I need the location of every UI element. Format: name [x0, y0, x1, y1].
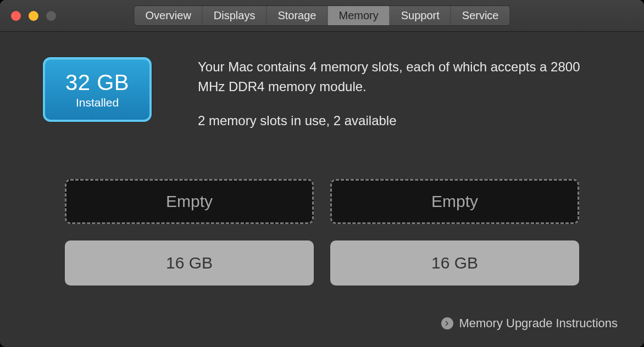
memory-slot-3: 16 GB: [330, 240, 579, 286]
memory-description-line1: Your Mac contains 4 memory slots, each o…: [198, 57, 601, 97]
zoom-button[interactable]: [46, 11, 56, 21]
tab-storage[interactable]: Storage: [267, 6, 327, 25]
installed-memory-label: Installed: [76, 96, 119, 109]
arrow-right-circle-icon: [441, 317, 453, 329]
memory-upgrade-link[interactable]: Memory Upgrade Instructions: [441, 316, 618, 331]
memory-content: 32 GB Installed Your Mac contains 4 memo…: [0, 32, 644, 286]
tab-memory[interactable]: Memory: [328, 6, 390, 25]
titlebar: Overview Displays Storage Memory Support…: [0, 0, 644, 32]
tab-overview[interactable]: Overview: [135, 6, 203, 25]
memory-description-line2: 2 memory slots in use, 2 available: [198, 111, 601, 131]
installed-memory-size: 32 GB: [65, 70, 129, 95]
header-row: 32 GB Installed Your Mac contains 4 memo…: [43, 57, 601, 145]
tab-bar: Overview Displays Storage Memory Support…: [134, 5, 510, 26]
memory-slot-1: Empty: [330, 179, 579, 224]
tab-service[interactable]: Service: [451, 6, 510, 25]
about-this-mac-window: Overview Displays Storage Memory Support…: [0, 0, 644, 347]
memory-slots-grid: Empty Empty 16 GB 16 GB: [43, 179, 601, 286]
memory-slot-2: 16 GB: [65, 240, 314, 286]
memory-slot-0: Empty: [65, 179, 314, 224]
window-controls: [11, 11, 56, 21]
memory-description: Your Mac contains 4 memory slots, each o…: [198, 57, 601, 145]
installed-memory-badge: 32 GB Installed: [43, 57, 152, 122]
close-button[interactable]: [11, 11, 21, 21]
memory-upgrade-link-label: Memory Upgrade Instructions: [459, 316, 618, 331]
minimize-button[interactable]: [29, 11, 38, 21]
tab-displays[interactable]: Displays: [203, 6, 267, 25]
tab-support[interactable]: Support: [390, 6, 451, 25]
